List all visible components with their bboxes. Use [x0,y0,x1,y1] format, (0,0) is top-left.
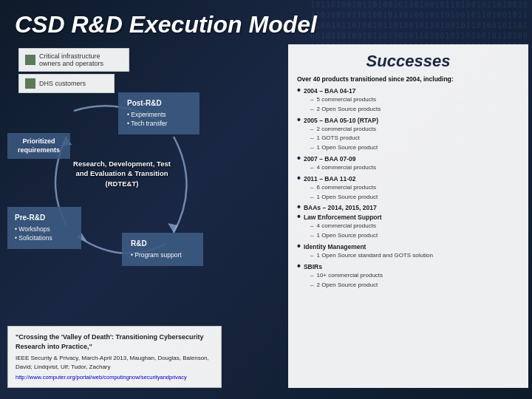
success-main: • 2011 – BAA 11-02 [297,175,519,183]
infra-box: Critical infrastructure owners and opera… [18,48,129,72]
dhs-icon [25,78,35,89]
success-main: • Law Enforcement Support [297,214,519,221]
success-sub-item: – 2 commercial products [310,125,519,134]
post-rd-box: Post-R&D • Experiments• Tech transfer [118,92,200,134]
success-sub-item: – 2 Open Source products [310,105,519,115]
successes-list: • 2004 – BAA 04-17 – 5 commercial produc… [297,87,519,290]
bullet-dot: • [297,263,301,270]
success-item: • 2004 – BAA 04-17 – 5 commercial produc… [297,87,519,115]
priority-label: Prioritized requirements [7,133,70,159]
sub-text: 10+ commercial products [316,271,383,281]
successes-panel: Successes Over 40 products transitioned … [288,44,528,388]
success-sub-item: – 1 GOTS product [310,134,519,143]
success-main-text: 2004 – BAA 04-17 [304,87,356,95]
successes-title: Successes [297,52,519,71]
success-main-text: Identity Management [304,243,366,250]
success-subs: – 1 Open Source standard and GOTS soluti… [297,251,519,261]
citation-link: http://www.computer.org/portal/web/compu… [16,373,214,381]
success-main: • 2007 – BAA 07-09 [297,155,519,163]
dhs-label: DHS customers [39,80,86,87]
bottom-citation-box: "Crossing the 'Valley of Death': Transit… [7,326,222,388]
citation-subtitle: IEEE Security & Privacy, March-April 201… [16,354,214,372]
successes-intro: Over 40 products transitioned since 2004… [297,75,519,83]
sub-dash: – [310,125,313,134]
success-sub-item: – 1 Open Source product [310,143,519,153]
success-main-text: Law Enforcement Support [304,214,382,221]
success-item: • BAAs – 2014, 2015, 2017 [297,204,519,211]
success-item: • 2005 – BAA 05-10 (RTAP) – 2 commercial… [297,117,519,153]
rd-subs: • Program support [131,251,194,260]
svg-marker-1 [168,223,178,233]
sub-text: 4 commercial products [316,222,375,231]
citation-title: "Crossing the 'Valley of Death': Transit… [16,332,214,352]
bullet-dot: • [297,155,301,163]
success-item: • SBIRs – 10+ commercial products – 2 Op… [297,263,519,290]
sub-dash: – [310,163,313,173]
post-rd-subs: • Experiments• Tech transfer [127,111,191,129]
rd-box: R&D • Program support [122,233,203,266]
sub-dash: – [310,183,313,193]
center-label: Research, Development, Test and Evaluati… [66,159,177,188]
success-sub-item: – 1 Open Source standard and GOTS soluti… [310,251,519,261]
bullet-dot: • [297,214,301,221]
sub-text: 1 Open Source product [316,143,378,153]
success-main-text: BAAs – 2014, 2015, 2017 [304,204,377,211]
sub-text: 1 Open Source standard and GOTS solution [316,251,432,261]
infra-label: Critical infrastructure owners and opera… [39,52,123,67]
success-subs: – 10+ commercial products – 2 Open Sourc… [297,271,519,290]
sub-dash: – [310,105,313,115]
success-main: • SBIRs [297,263,519,270]
sub-text: 6 commercial products [316,183,375,193]
sub-text: 2 Open Source products [316,105,381,115]
success-main: • BAAs – 2014, 2015, 2017 [297,204,519,211]
success-main: • 2004 – BAA 04-17 [297,87,519,95]
sub-dash: – [310,251,313,261]
sub-dash: – [310,231,313,241]
infra-icon [25,55,35,65]
success-subs: – 4 commercial products [297,163,519,173]
sub-text: 5 commercial products [316,95,375,105]
success-subs: – 4 commercial products – 1 Open Source … [297,222,519,241]
success-sub-item: – 10+ commercial products [310,271,519,281]
slide: CSD R&D Execution Model Critical infrast… [0,0,532,399]
bullet-dot: • [297,175,301,183]
success-item: • Identity Management – 1 Open Source st… [297,243,519,261]
success-sub-item: – 4 commercial products [310,163,519,173]
sub-text: 1 Open Source product [316,193,378,202]
sub-dash: – [310,95,313,105]
success-subs: – 6 commercial products – 1 Open Source … [297,183,519,202]
success-sub-item: – 1 Open Source product [310,193,519,202]
pre-rd-box: Pre-R&D • Workshops• Solicitations [7,207,81,249]
sub-text: 4 commercial products [316,163,375,173]
bullet-dot: • [297,87,301,95]
success-sub-item: – 5 commercial products [310,95,519,105]
sub-dash: – [310,143,313,153]
pre-rd-label: Pre-R&D [15,213,74,223]
success-sub-item: – 4 commercial products [310,222,519,231]
success-main: • Identity Management [297,243,519,250]
success-main-text: SBIRs [304,263,322,270]
success-subs: – 2 commercial products – 1 GOTS product… [297,125,519,153]
sub-dash: – [310,134,313,143]
rd-label: R&D [131,239,194,249]
sub-dash: – [310,271,313,281]
success-main: • 2005 – BAA 05-10 (RTAP) [297,117,519,124]
sub-dash: – [310,193,313,202]
sub-text: 1 GOTS product [316,134,359,143]
post-rd-label: Post-R&D [127,98,191,109]
success-subs: – 5 commercial products – 2 Open Source … [297,95,519,115]
success-sub-item: – 6 commercial products [310,183,519,193]
sub-dash: – [310,281,313,290]
diagram-area: Critical infrastructure owners and opera… [7,44,222,310]
success-sub-item: – 1 Open Source product [310,231,519,241]
success-main-text: 2007 – BAA 07-09 [304,155,356,163]
sub-dash: – [310,222,313,231]
bullet-dot: • [297,243,301,250]
sub-text: 2 Open Source product [316,281,378,290]
success-main-text: 2005 – BAA 05-10 (RTAP) [304,117,378,124]
success-sub-item: – 2 Open Source product [310,281,519,290]
slide-title: CSD R&D Execution Model [15,11,317,38]
sub-text: 1 Open Source product [316,231,378,241]
sub-text: 2 commercial products [316,125,375,134]
pre-rd-subs: • Workshops• Solicitations [15,225,74,243]
